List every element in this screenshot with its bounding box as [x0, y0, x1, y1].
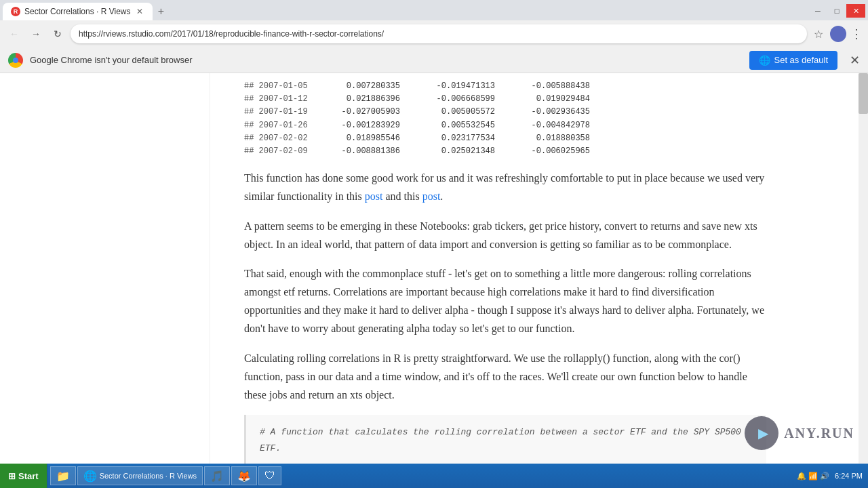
address-bar: ← → ↻ ☆ ⋮ [0, 20, 868, 47]
address-input[interactable] [71, 24, 807, 43]
browser-content: ## 2007-01-05 0.007280335 -0.019471313 -… [0, 73, 868, 464]
scrollbar-thumb[interactable] [859, 73, 868, 114]
start-button[interactable]: ⊞ Start [0, 464, 47, 488]
tab-close-button[interactable]: ✕ [135, 7, 144, 16]
media-icon: 🎵 [210, 470, 224, 483]
paragraph-1: This function has done some good work fo… [244, 169, 766, 205]
notification-bar: Google Chrome isn't your default browser… [0, 47, 868, 73]
shield-icon: 🛡 [264, 470, 275, 482]
main-content[interactable]: ## 2007-01-05 0.007280335 -0.019471313 -… [210, 73, 868, 464]
browser-tab[interactable]: R Sector Correlations · R Views ✕ [3, 3, 153, 20]
taskbar-item-explorer[interactable]: 📁 [50, 466, 76, 485]
taskbar-items: 📁 🌐 Sector Correlations · R Views 🎵 🦊 🛡 [47, 466, 791, 485]
close-button[interactable]: ✕ [846, 4, 865, 18]
tab-title: Sector Correlations · R Views [24, 7, 131, 16]
data-table: ## 2007-01-05 0.007280335 -0.019471313 -… [244, 80, 766, 158]
taskbar-chrome-label: Sector Correlations · R Views [100, 472, 197, 480]
chrome-window: R Sector Correlations · R Views ✕ + ─ □ … [0, 0, 868, 464]
table-row: ## 2007-01-26 -0.001283929 0.005532545 -… [244, 119, 766, 132]
system-clock: 6:24 PM [835, 472, 863, 480]
chrome-menu-button[interactable]: ⋮ [850, 26, 863, 41]
anyrun-text: ANY.RUN [784, 426, 854, 441]
forward-button[interactable]: → [27, 25, 45, 43]
notification-text: Google Chrome isn't your default browser [30, 55, 743, 65]
title-bar: R Sector Correlations · R Views ✕ + ─ □ … [0, 0, 868, 20]
table-row: ## 2007-02-02 0.018985546 0.023177534 0.… [244, 132, 766, 145]
post-link-2[interactable]: post [422, 190, 441, 202]
user-account-button[interactable] [830, 26, 846, 42]
clock-time: 6:24 PM [835, 472, 863, 480]
vertical-scrollbar[interactable] [859, 73, 868, 464]
chrome-taskbar-icon: 🌐 [83, 470, 97, 483]
anyrun-watermark: ANY.RUN [745, 416, 854, 450]
post-link-1[interactable]: post [365, 190, 383, 202]
system-tray-icons: 🔔 📶 🔊 [797, 472, 829, 481]
taskbar-right: 🔔 📶 🔊 6:24 PM [791, 472, 868, 481]
notification-close-button[interactable]: ✕ [850, 53, 860, 68]
windows-icon: ⊞ [8, 471, 16, 481]
taskbar-item-chrome[interactable]: 🌐 Sector Correlations · R Views [77, 466, 203, 485]
window-controls: ─ □ ✕ [808, 4, 865, 20]
table-row: ## 2007-01-12 0.021886396 -0.006668599 0… [244, 93, 766, 106]
browser-icon: 🦊 [237, 470, 251, 483]
anyrun-logo-icon [745, 416, 778, 450]
paragraph-4: Calculating rolling correlations in R is… [244, 349, 766, 405]
minimize-button[interactable]: ─ [808, 4, 827, 18]
table-row: ## 2007-01-05 0.007280335 -0.019471313 -… [244, 80, 766, 93]
taskbar-item-security[interactable]: 🛡 [258, 466, 281, 485]
code-block: # A function that calculates the rolling… [244, 415, 766, 464]
reload-button[interactable]: ↻ [49, 25, 66, 43]
taskbar-item-media[interactable]: 🎵 [204, 466, 230, 485]
maximize-button[interactable]: □ [827, 4, 846, 18]
tab-favicon: R [11, 7, 20, 16]
paragraph-2: A pattern seems to be emerging in these … [244, 217, 766, 253]
new-tab-button[interactable]: + [153, 3, 170, 20]
bookmark-button[interactable]: ☆ [811, 25, 826, 43]
folder-icon: 📁 [56, 470, 70, 483]
left-sidebar [0, 73, 210, 464]
taskbar-item-browser2[interactable]: 🦊 [231, 466, 257, 485]
table-row: ## 2007-01-19 -0.027005903 0.005005572 -… [244, 106, 766, 119]
back-button[interactable]: ← [5, 25, 23, 43]
table-row: ## 2007-02-09 -0.008881386 0.025021348 -… [244, 145, 766, 158]
paragraph-3: That said, enough with the commonplace s… [244, 264, 766, 338]
chrome-logo-icon [8, 53, 23, 68]
taskbar: ⊞ Start 📁 🌐 Sector Correlations · R View… [0, 464, 868, 488]
code-comment: # A function that calculates the rolling… [260, 424, 753, 456]
set-default-button[interactable]: 🌐 Set as default [749, 51, 838, 70]
